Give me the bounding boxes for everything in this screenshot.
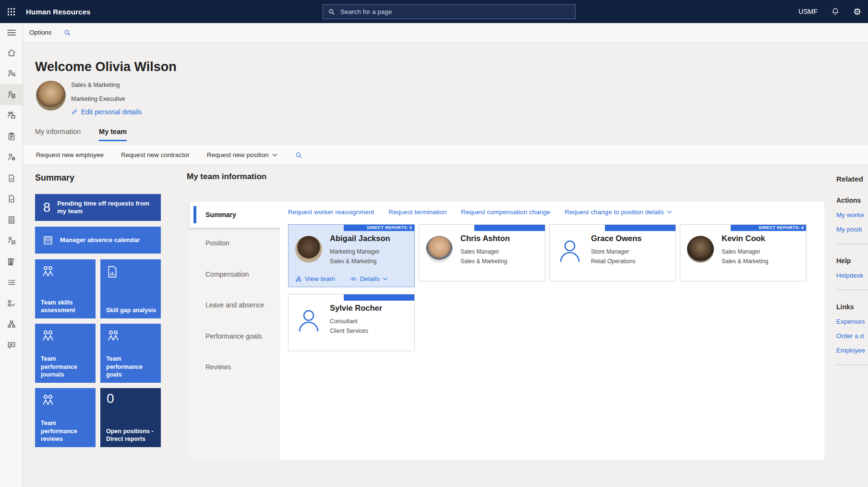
divider bbox=[836, 290, 868, 290]
team-info-vertical-tabs: Summary Position Compensation Leave and … bbox=[190, 202, 280, 460]
person-desk-icon[interactable] bbox=[0, 231, 23, 252]
member-avatar-placeholder-icon bbox=[556, 236, 583, 263]
person-document-icon[interactable] bbox=[0, 84, 23, 105]
member-title: Sales Manager bbox=[722, 248, 760, 255]
related-link-expenses[interactable]: Expenses bbox=[836, 318, 868, 325]
page-search-box[interactable] bbox=[323, 4, 576, 19]
related-link-helpdesk[interactable]: Helpdesk bbox=[836, 272, 868, 279]
hamburger-icon[interactable] bbox=[0, 23, 23, 42]
clipboard-icon[interactable] bbox=[0, 126, 23, 147]
tile-pending-time-off[interactable]: 8 Pending time off requests from my team bbox=[35, 194, 161, 221]
eye-icon bbox=[350, 276, 357, 282]
user-avatar bbox=[36, 81, 66, 110]
member-department: Retail Operations bbox=[591, 258, 636, 265]
company-picker[interactable]: USMF bbox=[798, 8, 818, 15]
tile-skill-gap-analysis[interactable]: Skill gap analysis bbox=[100, 259, 161, 318]
member-avatar bbox=[426, 236, 453, 263]
team-member-card[interactable]: DIRECT REPORTS: 5 Abigail Jackson Market… bbox=[288, 224, 415, 287]
view-team-link[interactable]: View team bbox=[295, 275, 335, 282]
team-member-card[interactable]: Grace Owens Store Manager Retail Operati… bbox=[549, 224, 676, 281]
vtab-reviews[interactable]: Reviews bbox=[190, 352, 280, 383]
edit-personal-details-link[interactable]: Edit personal details bbox=[71, 108, 142, 116]
card-top-bar bbox=[344, 294, 414, 301]
tile-manager-absence-calendar[interactable]: Manager absence calendar bbox=[35, 227, 161, 254]
people-briefcase-icon[interactable] bbox=[0, 105, 23, 126]
member-department: Sales & Marketing bbox=[330, 258, 376, 265]
details-link[interactable]: Details bbox=[350, 275, 388, 282]
tile-open-positions[interactable]: 0 Open positions - Direct reports bbox=[100, 388, 161, 447]
org-check-icon[interactable] bbox=[0, 293, 23, 314]
member-title: Store Manager bbox=[591, 248, 629, 255]
request-new-employee-button[interactable]: Request new employee bbox=[36, 151, 104, 158]
vtab-performance-goals[interactable]: Performance goals bbox=[190, 321, 280, 352]
list-icon[interactable] bbox=[0, 272, 23, 293]
user-job-title: Marketing Executive bbox=[71, 96, 125, 102]
tile-team-performance-reviews[interactable]: Team performance reviews bbox=[35, 388, 96, 447]
options-tab[interactable]: Options bbox=[29, 29, 52, 36]
team-icon bbox=[41, 394, 55, 406]
member-avatar bbox=[295, 236, 322, 263]
search-icon bbox=[328, 8, 335, 15]
related-link-my-workers[interactable]: My worke bbox=[836, 211, 868, 219]
home-icon[interactable] bbox=[0, 42, 23, 63]
vtab-leave-and-absence[interactable]: Leave and absence bbox=[190, 290, 280, 321]
tile-count: 0 bbox=[107, 391, 114, 406]
notifications-bell-icon[interactable] bbox=[831, 7, 840, 16]
team-member-card[interactable]: Chris Ashton Sales Manager Sales & Marke… bbox=[419, 224, 545, 281]
app-launcher-icon[interactable] bbox=[0, 0, 22, 23]
related-pane: Related Actions My worke My positi Help … bbox=[836, 175, 868, 365]
card-top-bar bbox=[474, 225, 545, 231]
tab-my-information[interactable]: My information bbox=[35, 128, 81, 141]
search-input[interactable] bbox=[339, 8, 570, 16]
tile-team-skills-assessment[interactable]: Team skills assessment bbox=[35, 259, 96, 318]
summary-heading: Summary bbox=[35, 173, 74, 183]
direct-reports-badge: DIRECT REPORTS: 4 bbox=[731, 225, 806, 231]
vtab-position[interactable]: Position bbox=[190, 228, 280, 259]
person-block-icon[interactable] bbox=[0, 147, 23, 168]
vtab-summary[interactable]: Summary bbox=[190, 202, 280, 228]
member-name: Kevin Cook bbox=[722, 234, 765, 243]
settings-gear-icon[interactable]: ⚙ bbox=[853, 7, 861, 16]
request-new-position-button[interactable]: Request new position bbox=[207, 151, 277, 158]
team-member-card[interactable]: Sylvie Rocher Consultant Client Services bbox=[288, 294, 415, 351]
team-summary-panel: Request worker reassignment Request term… bbox=[280, 202, 824, 460]
tile-team-performance-goals[interactable]: Team performance goals bbox=[100, 324, 161, 383]
card-top-bar bbox=[605, 225, 675, 231]
sitemap-icon[interactable] bbox=[0, 314, 23, 335]
related-heading: Related bbox=[836, 175, 868, 183]
member-department: Sales & Marketing bbox=[722, 258, 768, 265]
books-icon[interactable] bbox=[0, 251, 23, 272]
team-member-card[interactable]: DIRECT REPORTS: 4 Kevin Cook Sales Manag… bbox=[680, 224, 807, 281]
help-section-heading: Help bbox=[836, 257, 868, 265]
request-worker-reassignment-link[interactable]: Request worker reassignment bbox=[288, 208, 374, 216]
request-change-position-details-link[interactable]: Request change to position details bbox=[565, 208, 672, 216]
member-title: Consultant bbox=[330, 318, 357, 325]
tab-my-team[interactable]: My team bbox=[99, 128, 127, 141]
request-termination-link[interactable]: Request termination bbox=[388, 208, 446, 216]
document-check-icon[interactable] bbox=[0, 168, 23, 189]
vtab-compensation[interactable]: Compensation bbox=[190, 259, 280, 290]
feedback-icon[interactable] bbox=[0, 335, 23, 356]
command-search-icon[interactable] bbox=[63, 29, 71, 37]
team-icon bbox=[106, 329, 121, 342]
request-compensation-change-link[interactable]: Request compensation change bbox=[461, 208, 550, 216]
team-request-links: Request worker reassignment Request term… bbox=[288, 208, 672, 216]
related-link-employee[interactable]: Employee bbox=[836, 347, 868, 354]
user-department: Sales & Marketing bbox=[71, 82, 120, 88]
related-link-my-positions[interactable]: My positi bbox=[836, 226, 868, 233]
people-search-icon[interactable] bbox=[0, 63, 23, 85]
divider bbox=[836, 244, 868, 244]
related-link-order-device[interactable]: Order a d bbox=[836, 332, 868, 340]
member-name: Grace Owens bbox=[591, 234, 641, 243]
request-new-contractor-button[interactable]: Request new contractor bbox=[121, 151, 190, 158]
team-icon bbox=[41, 265, 55, 278]
team-cards-row-2: Sylvie Rocher Consultant Client Services bbox=[288, 294, 415, 351]
tile-team-performance-journals[interactable]: Team performance journals bbox=[35, 324, 96, 383]
team-info-heading: My team information bbox=[187, 172, 266, 182]
team-cards-row-1: DIRECT REPORTS: 5 Abigail Jackson Market… bbox=[288, 224, 807, 287]
document-check-2-icon[interactable] bbox=[0, 189, 23, 210]
links-section-heading: Links bbox=[836, 303, 868, 311]
page-title: Welcome Olivia Wilson bbox=[35, 60, 177, 74]
strip-search-icon[interactable] bbox=[295, 151, 302, 159]
calculator-document-icon[interactable] bbox=[0, 209, 23, 231]
